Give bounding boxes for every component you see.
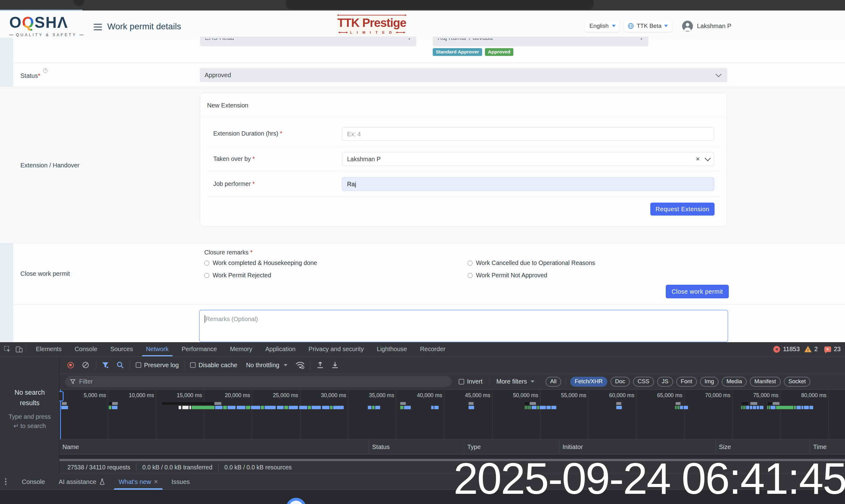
devtools-tab-console[interactable]: Console	[68, 342, 104, 356]
timestamp-overlay: 2025-09-24 06:41:45	[453, 453, 845, 504]
tagline-dash-left	[9, 35, 13, 35]
type-chip-manifest[interactable]: Manifest	[750, 377, 781, 386]
issues-icon[interactable]: ×	[824, 346, 831, 352]
radio-icon[interactable]	[468, 260, 472, 266]
logo-letter: O	[9, 14, 22, 31]
logo-colored-q: Q	[22, 14, 35, 31]
column-header-size[interactable]: Size	[715, 439, 810, 454]
export-har-icon[interactable]	[331, 361, 339, 369]
radio-work-cancelled-due-to-operational-reasons[interactable]: Work Cancelled due to Operational Reason…	[468, 259, 595, 267]
environment-selector[interactable]: TTK Beta	[624, 20, 672, 32]
flask-icon	[99, 479, 105, 485]
network-conditions-icon[interactable]	[295, 361, 305, 370]
drawer-tab-console[interactable]: Console	[15, 474, 52, 490]
waterfall-segment	[227, 406, 236, 409]
drawer-tab-what-s-new[interactable]: What's new×	[112, 474, 165, 490]
column-header-status[interactable]: Status	[369, 439, 464, 454]
language-selector[interactable]: English	[585, 20, 619, 32]
timeline-tick-label: 50,000 ms	[492, 392, 538, 399]
devtools-tab-recorder[interactable]: Recorder	[414, 342, 452, 356]
menu-hamburger-icon[interactable]	[94, 24, 102, 30]
type-chip-css[interactable]: CSS	[633, 377, 654, 386]
inspect-element-icon[interactable]	[4, 346, 11, 353]
devtools-status-badges: ×11853 !2 ×23	[773, 346, 841, 353]
column-header-time[interactable]: Time	[810, 439, 845, 454]
job-performer-input[interactable]: Raj	[342, 177, 714, 191]
globe-icon	[628, 23, 634, 29]
clear-icon[interactable]: ×	[696, 155, 700, 163]
waterfall-segment	[223, 406, 227, 409]
more-filters-button[interactable]: More filters	[496, 378, 527, 385]
taken-over-select[interactable]: Lakshman P ×	[342, 152, 714, 166]
type-chip-socket[interactable]: Socket	[784, 377, 811, 386]
search-empty-title: No search results	[6, 387, 53, 408]
devtools-tab-lighthouse[interactable]: Lighthouse	[370, 342, 414, 356]
radio-work-permit-not-approved[interactable]: Work Permit Not Approved	[468, 272, 595, 279]
logo-lambda: Λ	[57, 14, 68, 31]
import-har-icon[interactable]	[316, 361, 324, 369]
device-toolbar-icon[interactable]	[15, 346, 23, 353]
type-chip-doc[interactable]: Doc	[610, 377, 630, 386]
approver-left-select[interactable]: EHS Head∨	[200, 36, 416, 46]
devtools-tab-privacy-and-security[interactable]: Privacy and security	[302, 342, 370, 356]
devtools-tab-network[interactable]: Network	[139, 342, 175, 356]
waterfall-segment	[109, 406, 111, 409]
waterfall-segment	[333, 406, 344, 409]
approver-right-value: Raj Kumar Pativada	[438, 36, 493, 41]
close-icon[interactable]: ×	[154, 478, 158, 486]
devtools-tab-sources[interactable]: Sources	[104, 342, 139, 356]
avatar[interactable]	[682, 21, 693, 32]
disable-cache-checkbox[interactable]	[190, 362, 196, 368]
closure-remarks-label: Closure remarks *	[204, 249, 253, 256]
search-icon[interactable]	[116, 361, 124, 369]
timeline-tick-label: 30,000 ms	[300, 392, 346, 399]
remarks-textarea[interactable]: Remarks (Optional)	[199, 310, 728, 342]
throttling-select[interactable]: No throttling	[246, 362, 279, 369]
approver-right-select[interactable]: Raj Kumar Pativada∨	[433, 36, 649, 46]
devtools-tab-application[interactable]: Application	[259, 342, 302, 356]
clear-network-log-button[interactable]	[83, 362, 89, 368]
radio-icon[interactable]	[204, 260, 209, 266]
oqsha-logo: OQSHΛ	[9, 14, 68, 32]
type-chip-media[interactable]: Media	[722, 377, 746, 386]
filter-icon[interactable]	[101, 361, 109, 369]
radio-icon[interactable]	[468, 273, 472, 278]
invert-checkbox[interactable]	[459, 379, 464, 384]
type-chip-font[interactable]: Font	[676, 377, 697, 386]
radio-icon[interactable]	[204, 273, 209, 278]
help-icon[interactable]: ?	[43, 68, 48, 73]
record-network-log-button[interactable]	[67, 362, 74, 368]
type-chip-img[interactable]: Img	[700, 377, 719, 386]
divider	[130, 361, 130, 369]
divider	[13, 62, 845, 63]
waterfall-segment	[162, 402, 214, 405]
devtools-tab-memory[interactable]: Memory	[223, 342, 259, 356]
radio-work-permit-rejected[interactable]: Work Permit Rejected	[204, 272, 468, 279]
devtools-tab-elements[interactable]: Elements	[29, 342, 68, 356]
more-options-icon[interactable]	[5, 479, 6, 485]
drawer-tab-issues[interactable]: Issues	[165, 474, 196, 490]
column-header-name[interactable]: Name	[59, 439, 369, 454]
status-select[interactable]: Approved	[200, 68, 727, 82]
network-overview-timeline[interactable]: 5,000 ms10,000 ms15,000 ms20,000 ms25,00…	[59, 390, 845, 439]
duration-input[interactable]: Ex: 4	[342, 127, 714, 141]
waterfall-segment	[246, 406, 251, 409]
devtools-tab-performance[interactable]: Performance	[175, 342, 224, 356]
chevron-down-icon	[705, 155, 711, 161]
type-chip-all[interactable]: All	[546, 377, 561, 386]
error-icon[interactable]: ×	[773, 346, 780, 353]
warning-icon[interactable]: !	[805, 346, 812, 353]
type-chip-js[interactable]: JS	[657, 377, 673, 386]
column-header-initiator[interactable]: Initiator	[559, 439, 715, 454]
invert-label: Invert	[467, 378, 482, 385]
close-work-permit-button[interactable]: Close work permit	[666, 285, 729, 298]
radio-work-completed-housekeeping-done[interactable]: Work completed & Housekeeping done	[204, 259, 468, 267]
request-extension-button[interactable]: Request Extension	[650, 203, 714, 216]
timeline-tick-label: 5,000 ms	[59, 392, 106, 399]
filter-input[interactable]: Filter	[65, 376, 452, 387]
waterfall-segment	[753, 406, 756, 409]
preserve-log-checkbox[interactable]	[136, 362, 141, 368]
type-chip-fetch-xhr[interactable]: Fetch/XHR	[570, 377, 607, 386]
drawer-tab-ai-assistance[interactable]: AI assistance	[52, 474, 112, 490]
column-header-type[interactable]: Type	[464, 439, 559, 454]
